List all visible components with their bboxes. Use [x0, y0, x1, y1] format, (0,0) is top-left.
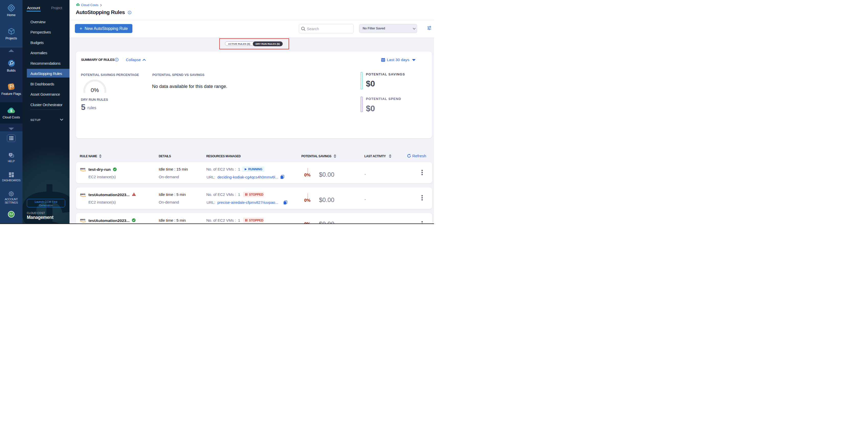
svg-text:aws: aws: [80, 167, 86, 170]
svg-text:$: $: [10, 109, 12, 113]
svg-text:$: $: [78, 4, 79, 6]
svg-text:aws: aws: [80, 218, 86, 221]
svg-text:aws: aws: [80, 192, 86, 196]
svg-text:?: ?: [10, 153, 11, 156]
